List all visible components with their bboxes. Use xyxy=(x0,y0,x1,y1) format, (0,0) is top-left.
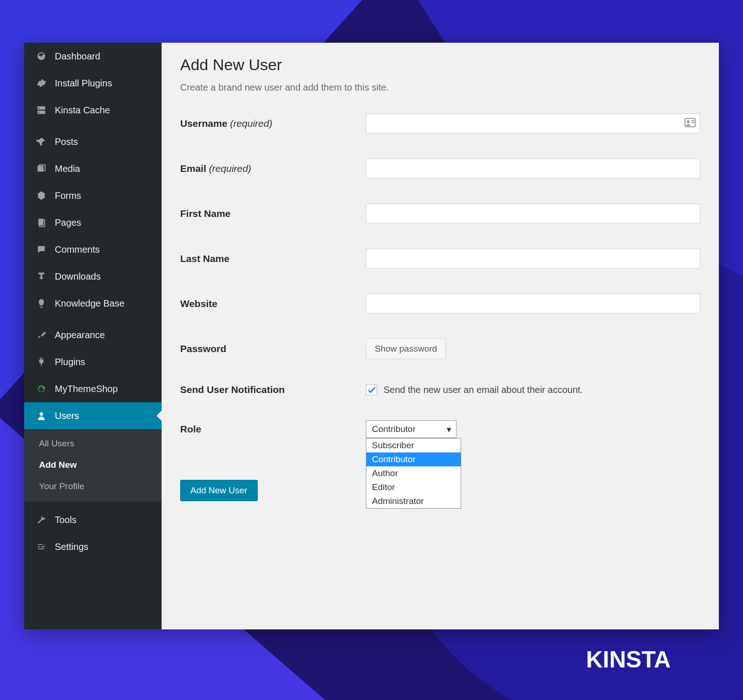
sidebar-item-plugins[interactable]: Plugins xyxy=(24,348,162,375)
wrench-icon xyxy=(35,514,47,526)
submenu-item-all[interactable]: All Users xyxy=(24,433,162,454)
sidebar-item-users[interactable]: Users xyxy=(24,402,162,429)
svg-point-13 xyxy=(39,412,43,416)
sidebar-item-label: Settings xyxy=(55,542,88,552)
sidebar-item-label: Media xyxy=(55,164,80,174)
svg-point-15 xyxy=(687,120,690,123)
sidebar-item-comments[interactable]: Comments xyxy=(24,236,162,263)
svg-point-7 xyxy=(39,107,39,108)
sidebar-item-label: Downloads xyxy=(55,271,101,282)
sidebar-item-label: Pages xyxy=(55,217,81,228)
submit-button[interactable]: Add New User xyxy=(180,480,258,501)
wp-admin-window: DashboardInstall PluginsKinsta CachePost… xyxy=(24,43,719,629)
role-select[interactable]: Contributor ▾ xyxy=(366,420,456,438)
plug-icon xyxy=(35,356,47,368)
sidebar-item-posts[interactable]: Posts xyxy=(24,128,162,155)
brush-icon xyxy=(35,329,47,341)
sidebar-item-pages[interactable]: Pages xyxy=(24,209,162,236)
sidebar-submenu: All UsersAdd NewYour Profile xyxy=(24,429,162,502)
role-option-author[interactable]: Author xyxy=(366,466,461,480)
sidebar-item-install[interactable]: Install Plugins xyxy=(24,70,162,97)
svg-point-8 xyxy=(39,111,39,112)
sidebar-item-label: Comments xyxy=(55,244,100,255)
chevron-down-icon: ▾ xyxy=(447,424,451,435)
sidebar-item-downloads[interactable]: Downloads xyxy=(24,263,162,290)
label-notify: Send User Notification xyxy=(180,384,366,395)
submenu-item-profile[interactable]: Your Profile xyxy=(24,476,162,497)
submenu-item-addnew[interactable]: Add New xyxy=(24,454,162,476)
sidebar-item-label: Appearance xyxy=(55,330,105,340)
hexagon-icon xyxy=(35,190,47,202)
sliders-icon xyxy=(35,541,47,553)
row-lastname: Last Name xyxy=(180,249,700,268)
username-input[interactable] xyxy=(366,113,700,133)
notify-description: Send the new user an email about their a… xyxy=(384,385,583,395)
bulb-icon xyxy=(35,297,47,309)
sidebar-item-kb[interactable]: Knowledge Base xyxy=(24,290,162,317)
email-input[interactable] xyxy=(366,158,700,178)
pin-icon xyxy=(35,136,47,148)
sidebar-item-label: Users xyxy=(55,411,79,421)
svg-rect-6 xyxy=(38,111,46,114)
role-option-subscriber[interactable]: Subscriber xyxy=(366,438,461,452)
label-lastname: Last Name xyxy=(180,253,366,264)
row-username: Username (required) xyxy=(180,113,700,133)
gear-icon xyxy=(35,77,47,89)
row-firstname: First Name xyxy=(180,203,700,223)
sidebar-item-cache[interactable]: Kinsta Cache xyxy=(24,97,162,124)
svg-text:KINSTA: KINSTA xyxy=(586,647,671,673)
media-icon xyxy=(35,163,47,175)
role-option-administrator[interactable]: Administrator xyxy=(366,494,461,508)
label-firstname: First Name xyxy=(180,208,366,219)
sidebar-item-appearance[interactable]: Appearance xyxy=(24,321,162,348)
sidebar-item-label: Posts xyxy=(55,137,78,147)
page-title: Add New User xyxy=(180,56,700,74)
pages-icon xyxy=(35,216,47,229)
sidebar-item-label: MyThemeShop xyxy=(55,384,118,394)
role-dropdown: SubscriberContributorAuthorEditorAdminis… xyxy=(366,438,461,509)
gauge-icon xyxy=(35,50,47,62)
main-content: Add New User Create a brand new user and… xyxy=(162,43,719,629)
sidebar-item-settings[interactable]: Settings xyxy=(24,533,162,560)
row-password: Password Show password xyxy=(180,339,700,359)
sidebar-item-label: Plugins xyxy=(55,357,85,367)
sidebar-item-label: Tools xyxy=(55,515,77,525)
sidebar-item-tools[interactable]: Tools xyxy=(24,506,162,533)
sidebar-item-dashboard[interactable]: Dashboard xyxy=(24,43,162,70)
last-name-input[interactable] xyxy=(366,249,700,268)
sidebar-item-label: Knowledge Base xyxy=(55,298,124,309)
label-role: Role xyxy=(180,424,366,435)
sidebar-item-label: Dashboard xyxy=(55,51,100,62)
admin-sidebar: DashboardInstall PluginsKinsta CachePost… xyxy=(24,43,162,629)
label-username: Username (required) xyxy=(180,118,366,129)
row-notify: Send User Notification Send the new user… xyxy=(180,384,700,395)
sidebar-item-mythemeshop[interactable]: MyThemeShop xyxy=(24,375,162,402)
show-password-button[interactable]: Show password xyxy=(366,339,446,359)
role-option-contributor[interactable]: Contributor xyxy=(366,452,461,466)
sidebar-item-label: Install Plugins xyxy=(55,78,112,89)
sidebar-item-label: Forms xyxy=(55,190,81,201)
download-icon xyxy=(35,270,47,282)
row-website: Website xyxy=(180,294,700,314)
sidebar-item-label: Kinsta Cache xyxy=(55,105,110,116)
sidebar-item-media[interactable]: Media xyxy=(24,155,162,182)
user-icon xyxy=(35,410,47,422)
label-password: Password xyxy=(180,343,366,354)
row-role: Role Contributor ▾ SubscriberContributor… xyxy=(180,420,700,438)
website-input[interactable] xyxy=(366,294,700,314)
svg-rect-5 xyxy=(38,106,46,110)
comment-icon xyxy=(35,243,47,255)
refresh-icon xyxy=(35,383,47,395)
kinsta-logo: KINSTA xyxy=(586,646,697,680)
contact-card-icon xyxy=(684,118,696,129)
row-email: Email (required) xyxy=(180,158,700,178)
sidebar-item-forms[interactable]: Forms xyxy=(24,182,162,209)
notify-checkbox[interactable] xyxy=(366,384,377,395)
first-name-input[interactable] xyxy=(366,203,700,223)
server-icon xyxy=(35,104,47,116)
role-option-editor[interactable]: Editor xyxy=(366,480,461,494)
label-website: Website xyxy=(180,298,366,309)
page-description: Create a brand new user and add them to … xyxy=(180,82,700,93)
role-selected-value: Contributor xyxy=(372,424,416,434)
label-email: Email (required) xyxy=(180,163,366,174)
